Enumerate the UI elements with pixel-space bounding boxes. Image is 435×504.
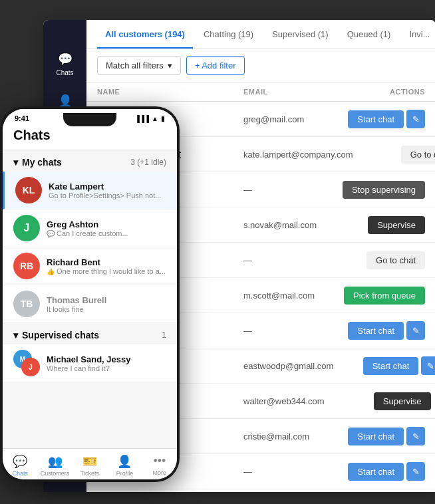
start-chat-button[interactable]: Start chat xyxy=(348,463,404,481)
pick-from-queue-button[interactable]: Pick from queue xyxy=(344,287,425,305)
chat-name: Richard Bent xyxy=(47,257,166,267)
start-chat-button[interactable]: Start chat xyxy=(348,110,404,128)
edit-button[interactable]: ✎ xyxy=(406,321,425,340)
chevron-down-icon: ▾ xyxy=(13,157,18,168)
my-chats-count: 3 (+1 idle) xyxy=(130,158,166,167)
chats-icon: 💬 xyxy=(58,52,72,66)
add-filter-label: + Add filter xyxy=(195,61,236,70)
email-cell: — xyxy=(243,326,319,336)
signal-icon: ▐▐▐ xyxy=(135,115,149,122)
col-actions: ACTIONS xyxy=(319,88,425,96)
status-indicators: ▐▐▐ ▲ ▮ xyxy=(135,115,165,122)
nav-more-label: More xyxy=(153,469,167,476)
actions-cell: Start chat ✎ xyxy=(319,110,425,128)
chat-name: Michael Sand, Jessy xyxy=(47,354,166,364)
nav-item-tickets[interactable]: 🎫 Tickets xyxy=(72,454,107,477)
chevron-down-icon: ▾ xyxy=(168,61,172,70)
avatar: J xyxy=(13,215,40,241)
nav-item-chats[interactable]: 💬 Chats xyxy=(3,454,37,477)
go-to-chat-button[interactable]: Go to chat xyxy=(401,146,435,164)
chat-info: Michael Sand, Jessy Where I can find it? xyxy=(47,354,166,372)
tab-all-customers[interactable]: All customers (194) xyxy=(97,20,193,49)
actions-cell: Supervise xyxy=(325,392,431,410)
email-cell: walter@web344.com xyxy=(243,396,325,406)
actions-cell: Go to chat xyxy=(319,251,425,269)
table-header: NAME EMAIL ACTIONS xyxy=(86,82,435,102)
add-filter-button[interactable]: + Add filter xyxy=(186,56,245,75)
actions-cell: Supervise xyxy=(319,216,425,234)
more-nav-icon: ••• xyxy=(153,454,166,468)
nav-item-profile[interactable]: 👤 Profile xyxy=(107,454,142,477)
actions-cell: Start chat ✎ xyxy=(319,427,425,445)
phone-screen: 9:41 ▐▐▐ ▲ ▮ Chats ▾ My chats 3 (+1 idle… xyxy=(3,109,177,479)
supervised-chats-section-header: ▾ Supervised chats 1 xyxy=(3,323,177,344)
chat-preview: Where I can find it? xyxy=(47,364,166,372)
go-to-chat-button[interactable]: Go to chat xyxy=(366,251,425,269)
supervised-chats-label: Supervised chats xyxy=(22,330,99,340)
chat-preview: 👍 One more thing I would like to a... xyxy=(47,267,166,275)
edit-button[interactable]: ✎ xyxy=(406,427,425,445)
actions-cell: Start chat ✎ xyxy=(319,462,425,481)
phone-container: 9:41 ▐▐▐ ▲ ▮ Chats ▾ My chats 3 (+1 idle… xyxy=(0,106,186,492)
supervised-chats-count: 1 xyxy=(162,330,166,340)
supervised-chats-title: ▾ Supervised chats xyxy=(13,330,99,340)
list-item[interactable]: J Greg Ashton 💬 Can I create custom... xyxy=(3,209,177,247)
filter-bar: Match all filters ▾ + Add filter xyxy=(86,49,435,82)
avatar: J xyxy=(21,358,40,376)
edit-button[interactable]: ✎ xyxy=(406,110,425,128)
battery-icon: ▮ xyxy=(161,115,165,122)
nav-profile-label: Profile xyxy=(116,470,134,477)
email-cell: s.novak@mail.com xyxy=(243,220,319,230)
tab-chatting[interactable]: Chatting (19) xyxy=(196,20,261,49)
phone-time: 9:41 xyxy=(15,114,29,122)
email-cell: kate.lampert@company.com xyxy=(243,150,353,160)
tabs-bar: All customers (194) Chatting (19) Superv… xyxy=(86,20,435,49)
supervise-button[interactable]: Supervise xyxy=(368,216,425,234)
email-cell: — xyxy=(243,185,319,195)
email-cell: cristie@mail.com xyxy=(243,432,319,441)
my-chats-title: ▾ My chats xyxy=(13,157,62,168)
actions-cell: Go to chat xyxy=(353,146,435,164)
nav-item-more[interactable]: ••• More xyxy=(142,454,177,477)
match-all-filters-button[interactable]: Match all filters ▾ xyxy=(97,56,181,75)
list-item[interactable]: M J Michael Sand, Jessy Where I can find… xyxy=(3,344,177,382)
wifi-icon: ▲ xyxy=(152,115,158,122)
tab-invited[interactable]: Invi... xyxy=(401,20,435,49)
chats-nav-icon: 💬 xyxy=(13,454,27,469)
edit-button[interactable]: ✎ xyxy=(421,356,435,375)
chevron-down-icon: ▾ xyxy=(13,330,18,340)
sidebar-item-chats[interactable]: 💬 Chats xyxy=(47,47,83,82)
list-item[interactable]: TB Thomas Burell It looks fine xyxy=(3,285,177,323)
col-email: EMAIL xyxy=(243,88,319,96)
chat-preview: It looks fine xyxy=(47,305,166,313)
chat-info: Kate Lampert Go to Profile>Settings> Pus… xyxy=(49,182,166,199)
avatar-group: M J xyxy=(13,350,40,376)
start-chat-button[interactable]: Start chat xyxy=(348,322,404,340)
phone-title: Chats xyxy=(3,125,177,150)
supervise-button[interactable]: Supervise xyxy=(374,392,431,410)
chat-name: Thomas Burell xyxy=(47,295,166,305)
nav-tickets-label: Tickets xyxy=(80,470,99,477)
list-item[interactable]: RB Richard Bent 👍 One more thing I would… xyxy=(3,247,177,285)
nav-item-customers[interactable]: 👥 Customers xyxy=(37,454,72,477)
email-cell: m.scott@mail.com xyxy=(243,291,319,301)
email-cell: — xyxy=(243,467,319,477)
actions-cell: Start chat ✎ xyxy=(319,321,425,340)
chat-name: Kate Lampert xyxy=(49,182,166,191)
chat-name: Greg Ashton xyxy=(47,219,166,229)
match-all-filters-label: Match all filters xyxy=(106,61,164,70)
stop-supervising-button[interactable]: Stop supervising xyxy=(343,181,425,199)
start-chat-button[interactable]: Start chat xyxy=(348,428,404,445)
phone-body: ▾ My chats 3 (+1 idle) KL Kate Lampert G… xyxy=(3,150,177,448)
chat-preview: Go to Profile>Settings> Push not... xyxy=(49,191,166,199)
phone-notch xyxy=(63,113,116,126)
tab-supervised[interactable]: Supervised (1) xyxy=(264,20,337,49)
tab-queued[interactable]: Queued (1) xyxy=(339,20,399,49)
sidebar-chats-label: Chats xyxy=(56,69,73,76)
actions-cell: Start chat ✎ xyxy=(333,356,435,375)
edit-button[interactable]: ✎ xyxy=(406,462,425,481)
start-chat-button[interactable]: Start chat xyxy=(363,357,419,375)
col-name: NAME xyxy=(97,88,243,96)
tickets-nav-icon: 🎫 xyxy=(82,454,97,469)
list-item[interactable]: KL Kate Lampert Go to Profile>Settings> … xyxy=(3,172,177,209)
